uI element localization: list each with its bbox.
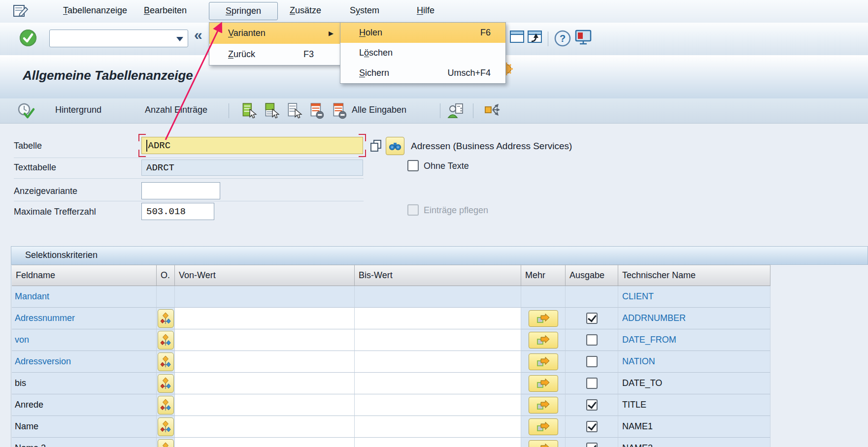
field-label-cell[interactable]: Adressnummer — [12, 308, 157, 329]
bis-wert-input[interactable] — [355, 308, 521, 329]
menu-item-loeschen[interactable]: Löschen — [340, 43, 505, 63]
mehr-cell — [521, 438, 566, 447]
table-description: Adressen (Business Address Services) — [411, 141, 572, 152]
von-wert-input[interactable] — [175, 438, 355, 447]
user-parameters-icon[interactable] — [447, 102, 465, 122]
field-label-cell[interactable]: Name — [12, 416, 157, 438]
multiple-selection-button[interactable] — [529, 310, 558, 327]
multiple-selection-button[interactable] — [529, 353, 558, 370]
bis-wert-input[interactable] — [355, 394, 521, 416]
copy-icon[interactable] — [369, 139, 382, 155]
field-label-cell[interactable]: Name 2 — [12, 438, 157, 447]
selection-options-button[interactable] — [158, 417, 174, 436]
hintergrund-button[interactable]: Hintergrund — [55, 105, 101, 115]
tabelle-input[interactable]: ADRC — [141, 137, 363, 154]
output-checkbox[interactable] — [586, 313, 598, 324]
command-dropdown-icon[interactable] — [176, 37, 183, 41]
bis-wert-input[interactable] — [355, 329, 521, 351]
command-input[interactable] — [53, 32, 170, 45]
texttabelle-field[interactable]: ADRCT — [141, 160, 363, 176]
menu-item-zurueck[interactable]: Zurück F3 — [209, 44, 340, 65]
bis-wert-cell — [355, 286, 521, 308]
enter-check-icon[interactable] — [19, 29, 37, 49]
output-checkbox[interactable] — [586, 378, 598, 389]
delete-all-inputs-icon[interactable] — [330, 102, 349, 123]
menu-item-varianten[interactable]: Varianten ▶ — [209, 23, 340, 44]
output-checkbox[interactable] — [586, 421, 598, 432]
column-header-mehr: Mehr — [521, 265, 566, 286]
max-trefferzahl-input[interactable]: 503.018 — [141, 203, 214, 220]
selection-options-button[interactable] — [158, 352, 174, 371]
mehr-cell — [521, 329, 566, 351]
technical-name-cell: ADDRNUMBER — [618, 308, 770, 329]
menu-zusaetze[interactable]: Zusätze — [290, 5, 321, 16]
delete-selection-icon[interactable] — [307, 102, 326, 123]
alle-eingaben-button[interactable]: Alle Eingaben — [352, 105, 406, 115]
select-all-icon[interactable] — [239, 102, 258, 123]
bis-wert-input[interactable] — [355, 438, 521, 447]
ohne-texte-checkbox[interactable] — [407, 160, 419, 171]
selection-options-button[interactable] — [158, 331, 174, 350]
von-wert-input[interactable] — [175, 308, 355, 329]
field-label-cell[interactable]: von — [12, 329, 157, 351]
customize-layout-icon[interactable] — [574, 30, 593, 48]
field-label-cell[interactable]: Mandant — [12, 286, 157, 308]
table-row: Name NAME1 — [12, 416, 770, 438]
tabelle-field-selection: ADRC — [138, 134, 366, 157]
output-checkbox[interactable] — [586, 334, 598, 346]
selection-options-button[interactable] — [158, 396, 174, 415]
multiple-selection-button[interactable] — [529, 418, 558, 435]
execute-icon[interactable] — [17, 102, 35, 123]
table-row: Adressnummer ADDRNUMBER — [12, 308, 770, 329]
option-cell — [157, 438, 175, 447]
output-checkbox[interactable] — [586, 399, 598, 411]
bis-wert-input[interactable] — [355, 373, 521, 394]
menu-hilfe[interactable]: Hilfe — [417, 5, 434, 16]
create-shortcut-icon[interactable] — [527, 30, 543, 46]
anzeigevariante-input[interactable] — [141, 182, 220, 199]
anzahl-eintraege-button[interactable]: Anzahl Einträge — [145, 105, 207, 115]
select-block-icon[interactable] — [262, 102, 281, 123]
mehr-cell — [521, 416, 566, 438]
multiple-selection-button[interactable] — [529, 375, 558, 392]
selection-options-button[interactable] — [158, 374, 174, 393]
field-label-cell[interactable]: bis — [12, 373, 157, 394]
new-session-icon[interactable] — [509, 30, 525, 46]
distribute-icon[interactable] — [484, 102, 503, 120]
von-wert-input[interactable] — [175, 351, 355, 373]
field-label-cell[interactable]: Anrede — [12, 394, 157, 416]
multiple-selection-button[interactable] — [529, 397, 558, 414]
selektionskriterien-band: Selektionskriterien — [11, 246, 868, 265]
menu-item-sichern[interactable]: Sichern Umsch+F4 — [340, 63, 505, 83]
field-label-cell[interactable]: Adressversion — [12, 351, 157, 373]
von-wert-input[interactable] — [175, 394, 355, 416]
von-wert-input[interactable] — [175, 329, 355, 351]
collapse-toolbar-chevrons[interactable]: « — [194, 27, 202, 43]
ausgabe-cell — [566, 329, 618, 351]
selection-options-button[interactable] — [158, 439, 174, 447]
von-wert-input[interactable] — [175, 416, 355, 438]
technical-name-cell: NATION — [618, 351, 770, 373]
help-icon[interactable]: ? — [554, 30, 571, 49]
menu-item-holen[interactable]: Holen F6 — [340, 23, 505, 43]
menu-springen[interactable]: Springen — [209, 2, 278, 20]
search-help-button[interactable] — [386, 137, 404, 155]
screen-edit-icon[interactable] — [13, 4, 29, 21]
menubar: Tabellenanzeige Bearbeiten Springen Zusä… — [0, 0, 868, 23]
command-field[interactable] — [49, 30, 188, 47]
multiple-selection-button[interactable] — [529, 440, 558, 447]
menu-bearbeiten[interactable]: Bearbeiten — [144, 5, 187, 16]
bis-wert-input[interactable] — [355, 351, 521, 373]
bis-wert-input[interactable] — [355, 416, 521, 438]
mehr-cell — [521, 373, 566, 394]
menu-tabellenanzeige[interactable]: Tabellenanzeige — [63, 5, 127, 16]
output-checkbox[interactable] — [586, 443, 598, 447]
multiple-selection-button[interactable] — [529, 332, 558, 349]
menu-system[interactable]: System — [350, 5, 379, 16]
output-checkbox[interactable] — [586, 356, 598, 367]
table-row: von DATE_FROM — [12, 329, 770, 351]
von-wert-input[interactable] — [175, 373, 355, 394]
deselect-all-icon[interactable] — [285, 102, 303, 123]
selection-options-button[interactable] — [158, 309, 174, 328]
row-separator — [14, 178, 364, 179]
